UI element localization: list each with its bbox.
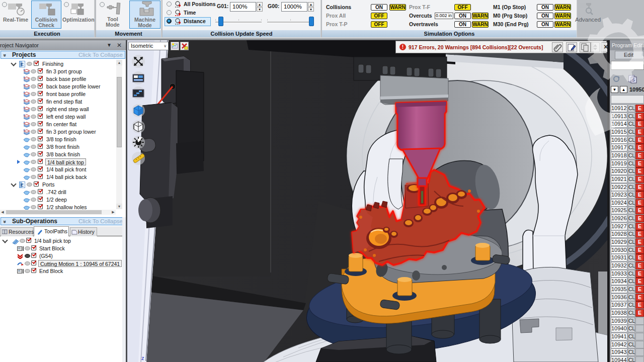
svg-text:z: z bbox=[141, 355, 144, 361]
svg-text:S: S bbox=[632, 77, 635, 82]
svg-text:E: E bbox=[21, 62, 24, 67]
svg-text:E: E bbox=[21, 183, 24, 188]
